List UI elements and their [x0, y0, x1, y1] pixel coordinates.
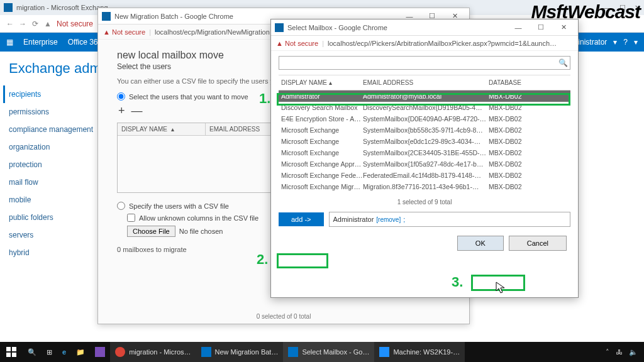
- popup2-title: Select Mailbox - Google Chrome: [287, 24, 387, 31]
- page-title: Exchange admin ce: [9, 60, 97, 77]
- cursor-icon: [496, 282, 506, 294]
- eac-sidebar: Exchange admin ce recipientspermissionsc…: [0, 52, 97, 261]
- tray-volume-icon[interactable]: 🔈: [629, 348, 638, 356]
- not-secure-label: Not secure: [57, 19, 93, 28]
- tray-network-icon[interactable]: 🖧: [616, 348, 623, 356]
- popup1-url[interactable]: localhost/ecp/Migration/NewMigration: [155, 28, 270, 36]
- checkbox-label: Allow unknown columns in the CSV file: [139, 214, 258, 222]
- col-database[interactable]: DATABASE: [486, 75, 562, 90]
- popup2-urlbar: ▲ Not secure | localhost/ecp//Pickers/Ar…: [271, 36, 578, 51]
- selected-recipients-box[interactable]: Administrator [remove];: [329, 212, 571, 227]
- tray-chevron-icon[interactable]: ˄: [606, 348, 609, 356]
- system-tray[interactable]: ˄ 🖧 🔈: [599, 348, 644, 356]
- forward-icon[interactable]: →: [16, 19, 29, 28]
- col-display-name[interactable]: DISPLAY NAME ▴: [118, 123, 206, 135]
- task-view-icon[interactable]: ⊞: [42, 342, 57, 362]
- sidebar-item-mobile[interactable]: mobile: [9, 191, 97, 209]
- chrome-favicon: [275, 23, 284, 32]
- table-row[interactable]: Discovery Search MailboxDiscoverySearchM…: [279, 102, 570, 113]
- table-row[interactable]: E4E Encryption Store - ActiveSystemMailb…: [279, 113, 570, 124]
- explorer-icon[interactable]: 📁: [71, 342, 90, 362]
- chevron-down-icon[interactable]: ▾: [634, 38, 638, 47]
- popup1-title: New Migration Batch - Google Chrome: [114, 13, 233, 20]
- add-icon[interactable]: +: [118, 104, 125, 118]
- col-email[interactable]: EMAIL ADDRESS: [206, 123, 264, 135]
- header-office365[interactable]: Office 365: [68, 38, 102, 47]
- sidebar-item-organization[interactable]: organization: [9, 138, 97, 156]
- select-mailbox-window: Select Mailbox - Google Chrome — ☐ ✕ ▲ N…: [270, 19, 579, 298]
- col-display-name[interactable]: DISPLAY NAME ▴: [279, 75, 360, 90]
- taskbar-item-machine[interactable]: Machine: WS2K19-…: [374, 342, 465, 362]
- sidebar-item-recipients[interactable]: recipients: [3, 85, 97, 103]
- svg-rect-3: [12, 353, 16, 357]
- back-icon[interactable]: ←: [4, 19, 16, 28]
- search-icon[interactable]: 🔍: [556, 58, 570, 67]
- mailbox-grid: DISPLAY NAME ▴ EMAIL ADDRESS DATABASE Ad…: [279, 75, 570, 192]
- chevron-down-icon[interactable]: ▾: [613, 38, 617, 47]
- selected-recipient: Administrator: [333, 216, 374, 223]
- remove-icon[interactable]: —: [131, 104, 143, 118]
- sidebar-item-hybrid[interactable]: hybrid: [9, 244, 97, 261]
- remove-link[interactable]: [remove]: [376, 216, 401, 223]
- warning-icon: ▲: [103, 28, 110, 36]
- no-file-label: No file chosen: [179, 228, 223, 235]
- table-row[interactable]: Microsoft ExchangeSystemMailbox{bb558c35…: [279, 124, 570, 136]
- table-row[interactable]: Microsoft Exchange Approv…SystemMailbox{…: [279, 158, 570, 170]
- start-button[interactable]: [0, 342, 23, 362]
- sidebar-item-servers[interactable]: servers: [9, 226, 97, 244]
- col-email[interactable]: EMAIL ADDRESS: [360, 75, 486, 90]
- ie-icon[interactable]: e: [57, 342, 71, 362]
- sidebar-item-mail-flow[interactable]: mail flow: [9, 173, 97, 191]
- svg-rect-2: [6, 353, 11, 357]
- app-grid-icon[interactable]: ▦: [6, 38, 13, 47]
- warning-icon: ▲: [276, 40, 283, 47]
- empty-table-body: [118, 136, 280, 192]
- watermark: MsftWebcast: [531, 1, 640, 23]
- grid-status: 1 selected of 9 total: [271, 199, 578, 206]
- table-row[interactable]: Microsoft ExchangeSystemMailbox{2CE34405…: [279, 147, 570, 158]
- add-button[interactable]: add ->: [279, 212, 324, 226]
- sidebar-item-permissions[interactable]: permissions: [9, 103, 97, 121]
- search-box[interactable]: 🔍: [279, 56, 570, 70]
- taskbar-item-newmigration[interactable]: New Migration Bat…: [196, 342, 284, 362]
- table-row[interactable]: AdministratorAdministrator@mylab.localMB…: [279, 90, 570, 102]
- warning-icon: ▲: [42, 19, 54, 28]
- radio-csv-label: Specify the users with a CSV file: [129, 202, 229, 210]
- choose-file-button[interactable]: Choose File: [127, 226, 175, 237]
- maximize-icon[interactable]: ☐: [530, 21, 552, 34]
- svg-rect-1: [12, 347, 16, 351]
- checkbox-allow-unknown-input[interactable]: [127, 214, 135, 222]
- sidebar-item-protection[interactable]: protection: [9, 156, 97, 173]
- svg-rect-0: [6, 347, 11, 351]
- search-input[interactable]: [279, 59, 556, 67]
- header-enterprise[interactable]: Enterprise: [23, 38, 58, 47]
- popup1-footer: 0 selected of 0 total: [98, 313, 469, 320]
- radio-csv-input[interactable]: [117, 202, 125, 210]
- close-icon[interactable]: ✕: [553, 21, 574, 34]
- app-icon[interactable]: [90, 342, 110, 362]
- reload-icon[interactable]: ⟳: [29, 19, 42, 28]
- radio-select-users-label: Select the users that you want to move: [129, 93, 248, 101]
- table-row[interactable]: Microsoft Exchange Federat…FederatedEmai…: [279, 170, 570, 181]
- sidebar-item-public-folders[interactable]: public folders: [9, 209, 97, 226]
- table-row[interactable]: Microsoft ExchangeSystemMailbox{e0dc1c29…: [279, 136, 570, 147]
- chrome-favicon: [102, 12, 111, 21]
- not-secure-label: Not secure: [285, 40, 318, 47]
- tab-favicon: [4, 3, 13, 12]
- popup2-url[interactable]: localhost/ecp//Pickers/ArbitrationMailbo…: [328, 40, 557, 47]
- help-icon[interactable]: ?: [623, 38, 628, 47]
- radio-select-users-input[interactable]: [117, 92, 125, 101]
- minimize-icon[interactable]: —: [508, 21, 529, 34]
- ok-button[interactable]: OK: [457, 236, 504, 251]
- cancel-button[interactable]: Cancel: [509, 236, 567, 251]
- search-icon[interactable]: 🔍: [23, 342, 42, 362]
- sidebar-item-compliance-management[interactable]: compliance management: [9, 121, 97, 138]
- table-row[interactable]: Microsoft Exchange Migrati…Migration.8f3…: [279, 181, 570, 192]
- taskbar: 🔍 ⊞ e 📁 migration - Micros… New Migratio…: [0, 342, 644, 362]
- selected-users-table: DISPLAY NAME ▴ EMAIL ADDRESS: [117, 123, 280, 193]
- taskbar-item-migration[interactable]: migration - Micros…: [110, 342, 196, 362]
- taskbar-item-selectmailbox[interactable]: Select Mailbox - Go…: [283, 342, 374, 362]
- not-secure-label: Not secure: [112, 28, 145, 36]
